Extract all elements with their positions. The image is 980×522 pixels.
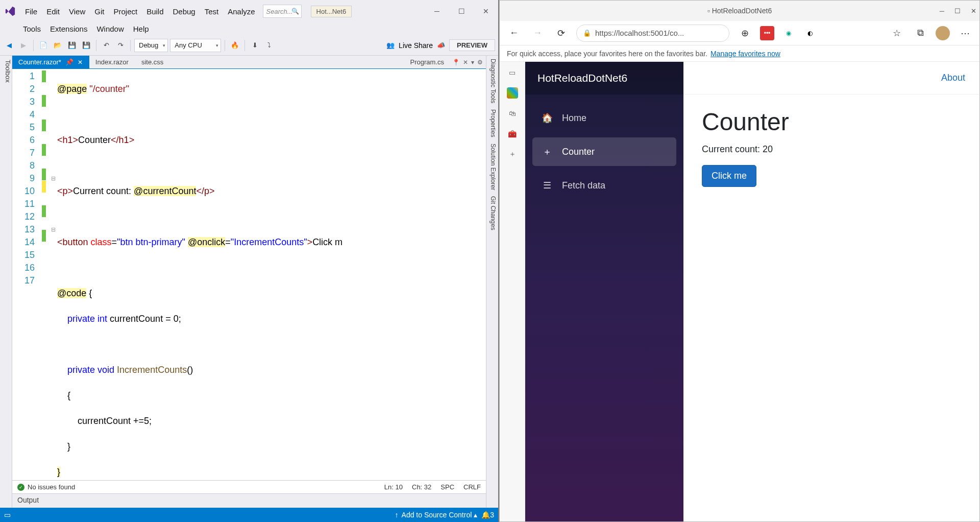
menu-window[interactable]: Window: [92, 22, 128, 35]
nav-home[interactable]: 🏠Home: [532, 104, 676, 132]
rail-git-changes[interactable]: Git Changes: [486, 193, 498, 233]
code-content[interactable]: @page "/counter" <h1>Counter</h1> <p>Cur…: [57, 69, 486, 480]
nav-fwd-button[interactable]: ▶: [17, 39, 30, 52]
menu-build[interactable]: Build: [142, 5, 168, 18]
tab-program-cs[interactable]: Program.cs: [405, 56, 449, 68]
tab-tools: 📍 ✕ ▾ ⚙: [449, 56, 486, 68]
rail-tabs-icon[interactable]: ▭: [507, 67, 518, 78]
rail-properties[interactable]: Properties: [486, 106, 498, 140]
maximize-button[interactable]: ☐: [449, 3, 474, 19]
menu-extensions[interactable]: Extensions: [45, 22, 92, 35]
lock-icon: 🔒: [583, 29, 591, 37]
edge-maximize-button[interactable]: ☐: [954, 7, 961, 15]
page-body: Counter Current count: 20 Click me: [683, 94, 979, 200]
menu-view[interactable]: View: [64, 5, 90, 18]
counter-heading: Counter: [702, 108, 961, 136]
page-content: HotReloadDotNet6 🏠Home ＋Counter ☰Fetch d…: [525, 62, 979, 521]
nav-back-button[interactable]: ◀: [3, 39, 15, 52]
liveshare-label[interactable]: Live Share: [399, 41, 433, 50]
config-combo[interactable]: Debug: [134, 39, 168, 52]
open-button[interactable]: 📂: [52, 39, 64, 52]
tab-gear-icon[interactable]: ⚙: [477, 59, 483, 66]
menu-file[interactable]: File: [20, 5, 42, 18]
about-link[interactable]: About: [941, 73, 965, 83]
close-button[interactable]: ✕: [474, 3, 498, 19]
code-token: </h1>: [111, 135, 134, 145]
source-control-button[interactable]: ↑Add to Source Control ▴: [395, 511, 478, 519]
nav-fetchdata[interactable]: ☰Fetch data: [532, 171, 676, 200]
line-gutter: 1234567891011121314151617: [12, 69, 40, 480]
edge-close-button[interactable]: ✕: [971, 7, 976, 15]
code-token: <h1>: [57, 135, 78, 145]
menu-analyze[interactable]: Analyze: [223, 5, 259, 18]
redo-button[interactable]: ↷: [114, 39, 127, 52]
tab-site-css[interactable]: site.css: [135, 56, 170, 68]
refresh-button[interactable]: ⟳: [553, 25, 569, 41]
tab-close-icon[interactable]: ✕: [463, 59, 468, 66]
platform-combo[interactable]: Any CPU: [170, 39, 221, 52]
close-icon[interactable]: ✕: [78, 59, 83, 66]
rail-tools-icon[interactable]: 🧰: [507, 128, 518, 139]
feedback-button[interactable]: 📣: [435, 39, 447, 52]
save-all-button[interactable]: 💾: [80, 39, 92, 52]
rail-shopping-icon[interactable]: 🛍: [507, 108, 518, 119]
ok-icon: ✓: [17, 484, 24, 491]
toolbox-rail[interactable]: Toolbox: [0, 56, 12, 522]
undo-button[interactable]: ↶: [100, 39, 112, 52]
edge-minimize-button[interactable]: ─: [940, 7, 944, 15]
menu-test[interactable]: Test: [200, 5, 224, 18]
editor-tabs: Counter.razor*📌✕ Index.razor site.css Pr…: [12, 56, 486, 69]
vs-search-input[interactable]: Search...🔍: [263, 5, 302, 18]
menu-tools[interactable]: Tools: [18, 22, 45, 35]
step-over-button[interactable]: ⤵: [263, 39, 275, 52]
click-me-button[interactable]: Click me: [702, 165, 756, 187]
address-bar[interactable]: 🔒https://localhost:5001/co...: [576, 25, 729, 42]
edge-toolbar: ← → ⟳ 🔒https://localhost:5001/co... ⊕ ••…: [500, 21, 979, 45]
menu-debug[interactable]: Debug: [168, 5, 200, 18]
code-token: <p>: [57, 186, 73, 196]
favbar-text: For quick access, place your favorites h…: [507, 50, 707, 58]
pin-icon[interactable]: 📌: [65, 58, 74, 66]
rail-ms-icon[interactable]: [507, 87, 518, 99]
code-token: @page: [57, 84, 87, 94]
save-button[interactable]: 💾: [66, 39, 78, 52]
output-panel-header[interactable]: Output: [12, 493, 486, 508]
tab-index-razor[interactable]: Index.razor: [89, 56, 135, 68]
app-install-icon[interactable]: ⊕: [737, 25, 753, 41]
ext-grammarly-icon[interactable]: ◉: [781, 26, 796, 40]
step-button[interactable]: ⬇: [249, 39, 261, 52]
rail-solution-explorer[interactable]: Solution Explorer: [486, 140, 498, 193]
menu-git[interactable]: Git: [90, 5, 109, 18]
favorites-button[interactable]: ☆: [889, 25, 905, 41]
tab-counter-razor[interactable]: Counter.razor*📌✕: [12, 56, 89, 68]
profile-avatar[interactable]: [936, 26, 950, 40]
tab-dropdown-icon[interactable]: ▾: [471, 59, 474, 66]
code-token: </p>: [196, 186, 214, 196]
rail-add-icon[interactable]: ＋: [507, 149, 518, 160]
back-button[interactable]: ←: [506, 25, 522, 41]
forward-button[interactable]: →: [529, 25, 546, 41]
ext-generic-icon[interactable]: ◐: [803, 26, 817, 40]
notifications-button[interactable]: 🔔3: [481, 511, 494, 519]
nav-label: Counter: [562, 147, 595, 157]
manage-favorites-link[interactable]: Manage favorites now: [710, 50, 780, 58]
collections-button[interactable]: ⧉: [912, 25, 928, 41]
menu-edit[interactable]: Edit: [42, 5, 64, 18]
rail-diagnostic[interactable]: Diagnostic Tools: [486, 56, 498, 106]
ext-lastpass-icon[interactable]: •••: [760, 26, 774, 40]
minimize-button[interactable]: ─: [425, 3, 449, 19]
code-token: private: [67, 314, 95, 324]
code-editor[interactable]: 1234567891011121314151617 ⊟⊟ @page "/cou…: [12, 69, 486, 480]
menu-project[interactable]: Project: [109, 5, 142, 18]
hotreload-button[interactable]: 🔥: [229, 39, 241, 52]
liveshare-icon[interactable]: 👥: [384, 39, 397, 52]
more-button[interactable]: ⋯: [957, 25, 973, 41]
solution-badge[interactable]: Hot...Net6: [311, 6, 352, 17]
nav-counter[interactable]: ＋Counter: [532, 137, 676, 166]
nav-label: Fetch data: [562, 180, 605, 191]
new-project-button[interactable]: 📄: [37, 39, 50, 52]
menu-help[interactable]: Help: [129, 22, 154, 35]
right-rails: Diagnostic Tools Properties Solution Exp…: [486, 56, 498, 522]
tab-pin-icon[interactable]: 📍: [452, 59, 460, 66]
top-row: About: [683, 62, 979, 94]
